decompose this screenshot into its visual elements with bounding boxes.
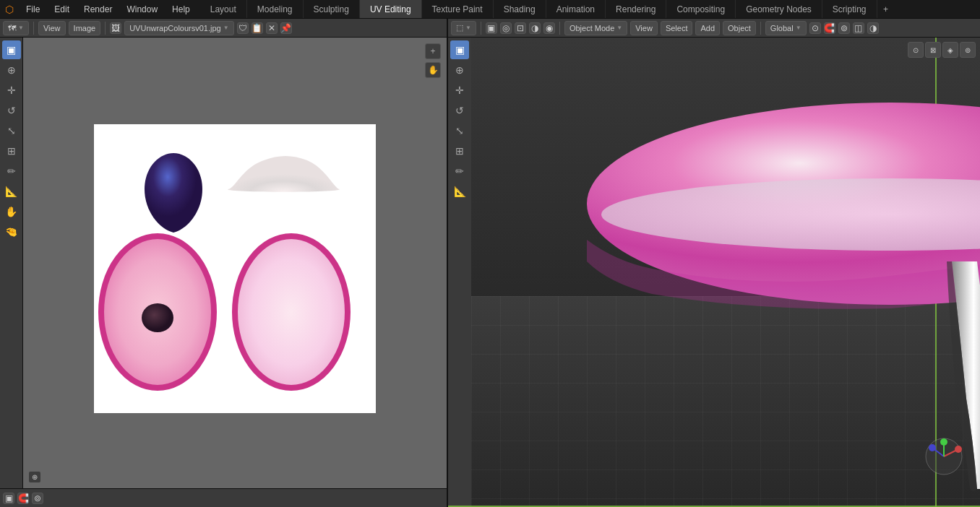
uv-viewport[interactable]: + ✋ ⊕	[23, 38, 447, 488]
menu-edit[interactable]: Edit	[47, 0, 77, 18]
object-mode-label: Object Mode	[569, 24, 614, 32]
uv-main-area: ▣ ⊕ ✛ ↺ ⤡ ⊞ ✏ 📐 ✋ 🤏	[0, 38, 447, 488]
image-icon: 🖼	[111, 23, 120, 33]
tool-select[interactable]: ▣	[2, 40, 21, 59]
main-layout: 🗺 ▼ View Image 🖼 UVUnwrapColoursv01.jpg …	[0, 19, 980, 507]
tab-uv-editing[interactable]: UV Editing	[360, 0, 422, 18]
cube-icon: ⬚	[456, 23, 463, 32]
uv-editor-header: 🗺 ▼ View Image 🖼 UVUnwrapColoursv01.jpg …	[0, 19, 447, 38]
global-label: Global	[770, 24, 794, 32]
tool-transform[interactable]: ⊞	[2, 142, 21, 160]
svg-point-2	[235, 236, 348, 388]
tool-cursor[interactable]: ⊕	[2, 61, 21, 79]
tab-compositing[interactable]: Compositing	[666, 0, 736, 18]
3d-viewport-panel: ⬚ ▼ ▣ ◎ ⊡ ◑ ◉ Object Mode ▼ View Select …	[448, 19, 980, 507]
overlay-icon[interactable]: ⊙	[809, 22, 821, 34]
pin-icon-btn[interactable]: 📌	[280, 22, 292, 34]
uv-left-toolbar: ▣ ⊕ ✛ ↺ ⤡ ⊞ ✏ 📐 ✋ 🤏	[0, 38, 23, 488]
tool-rotate[interactable]: ↺	[2, 101, 21, 120]
tab-geometry-nodes[interactable]: Geometry Nodes	[736, 0, 822, 18]
image-dropdown[interactable]: UVUnwrapColoursv01.jpg ▼	[124, 21, 233, 35]
tool-grab[interactable]: ✋	[2, 202, 21, 221]
image-type-icon[interactable]: 🖼	[110, 22, 121, 34]
uv-footer-select-icon[interactable]: ▣	[3, 493, 14, 504]
gizmo-toggle[interactable]: ⊠	[925, 42, 941, 58]
tab-texture-paint[interactable]: Texture Paint	[422, 0, 494, 18]
cursor-position: ⊕	[29, 472, 40, 482]
tab-sculpting[interactable]: Sculpting	[304, 0, 360, 18]
uv-icon: 🗺	[8, 24, 16, 32]
menu-file[interactable]: File	[19, 0, 47, 18]
workspace-tabs: Layout Modeling Sculpting UV Editing Tex…	[200, 0, 980, 18]
tab-animation[interactable]: Animation	[546, 0, 606, 18]
tool-move[interactable]: ✛	[2, 81, 21, 100]
snap-icon[interactable]: 🧲	[824, 22, 835, 34]
viewport-overlay-buttons: ⊙ ⊠ ◈ ⊚	[908, 42, 976, 58]
svg-point-1	[142, 303, 173, 332]
tool-pinch[interactable]: 🤏	[2, 222, 21, 241]
editor-type-button[interactable]: 🗺 ▼	[3, 21, 29, 35]
svg-point-9	[955, 446, 962, 453]
select-menu-3d[interactable]: Select	[661, 21, 693, 35]
proportional-toggle[interactable]: ⊚	[960, 42, 976, 58]
separator-1	[33, 22, 34, 35]
sep-3d-3	[760, 22, 761, 35]
3d-editor-type-button[interactable]: ⬚ ▼	[451, 21, 476, 35]
tab-rendering[interactable]: Rendering	[606, 0, 666, 18]
separator-2	[105, 22, 106, 35]
object-mode-dropdown[interactable]: Object Mode ▼	[564, 21, 627, 35]
image-filename: UVUnwrapColoursv01.jpg	[129, 24, 221, 32]
viewport-shading-icon[interactable]: ◑	[867, 22, 879, 34]
object-menu-3d[interactable]: Object	[723, 21, 756, 35]
zoom-in-button[interactable]: +	[425, 43, 441, 59]
menu-render[interactable]: Render	[77, 0, 119, 18]
top-menu-bar: ⬡ File Edit Render Window Help Layout Mo…	[0, 0, 980, 19]
sep-3d-2	[559, 22, 560, 35]
viewport-select-icon[interactable]: ▣	[486, 22, 497, 34]
mushroom-3d-scene	[448, 38, 980, 507]
shield-icon-btn[interactable]: 🛡	[237, 22, 249, 34]
pan-button[interactable]: ✋	[425, 62, 441, 78]
menu-help[interactable]: Help	[165, 0, 197, 18]
snap-toggle[interactable]: ◈	[942, 42, 958, 58]
tab-shading[interactable]: Shading	[494, 0, 546, 18]
tool-measure[interactable]: 📐	[2, 182, 21, 201]
tab-modeling[interactable]: Modeling	[247, 0, 304, 18]
viewport-icon-3[interactable]: ⊡	[515, 22, 526, 34]
tab-scripting[interactable]: Scripting	[822, 0, 877, 18]
copy-icon-btn[interactable]: 📋	[252, 22, 263, 34]
image-menu-button[interactable]: Image	[69, 21, 101, 35]
overlay-toggle[interactable]: ⊙	[908, 42, 924, 58]
navigation-gizmo[interactable]	[922, 435, 966, 478]
viewport-icon-4[interactable]: ◑	[529, 22, 541, 34]
tab-layout[interactable]: Layout	[200, 0, 247, 18]
uv-canvas	[94, 124, 376, 413]
viewport-icon-2[interactable]: ◎	[500, 22, 512, 34]
view-menu-button[interactable]: View	[38, 21, 66, 35]
add-menu-3d[interactable]: Add	[695, 21, 720, 35]
close-icon-btn[interactable]: ✕	[266, 22, 278, 34]
add-workspace-button[interactable]: +	[877, 1, 895, 18]
svg-point-13	[940, 438, 947, 446]
viewport-icon-5[interactable]: ◉	[543, 22, 555, 34]
uv-nav-controls: + ✋	[425, 43, 441, 78]
xray-icon[interactable]: ◫	[853, 22, 864, 34]
uv-footer-proportional-icon[interactable]: ⊚	[32, 493, 43, 504]
uv-editor-footer: ▣ 🧲 ⊚	[0, 488, 447, 507]
blender-logo[interactable]: ⬡	[0, 0, 19, 19]
sep-3d-1	[481, 22, 481, 35]
3d-editor-header: ⬚ ▼ ▣ ◎ ⊡ ◑ ◉ Object Mode ▼ View Select …	[448, 19, 980, 38]
svg-point-11	[929, 444, 936, 451]
tool-scale[interactable]: ⤡	[2, 121, 21, 140]
3d-viewport[interactable]: ▣ ⊕ ✛ ↺ ⤡ ⊞ ✏ 📐 User Perspective (2) Wor…	[448, 38, 980, 507]
proportional-icon[interactable]: ⊚	[838, 22, 850, 34]
uv-editor-panel: 🗺 ▼ View Image 🖼 UVUnwrapColoursv01.jpg …	[0, 19, 448, 507]
tool-annotate[interactable]: ✏	[2, 162, 21, 181]
menu-window[interactable]: Window	[119, 0, 165, 18]
view-menu-3d[interactable]: View	[630, 21, 658, 35]
global-dropdown[interactable]: Global ▼	[765, 21, 807, 35]
uv-footer-snap-icon[interactable]: 🧲	[17, 493, 29, 504]
